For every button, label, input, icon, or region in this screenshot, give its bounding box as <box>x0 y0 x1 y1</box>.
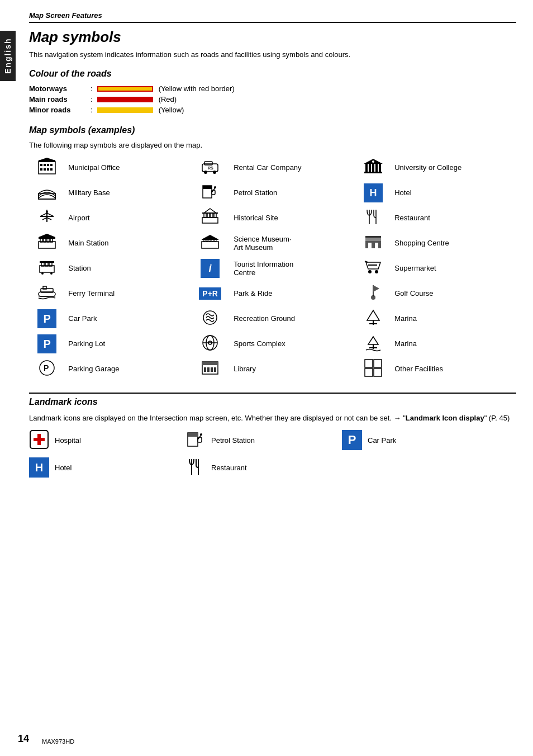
label-restaurant: Restaurant <box>391 205 516 230</box>
svg-rect-22 <box>364 172 382 173</box>
svg-marker-86 <box>368 337 378 344</box>
mainroad-label: Main roads <box>29 95 91 103</box>
svg-rect-5 <box>40 168 42 171</box>
label-parkinglot: Parking Lot <box>65 331 190 356</box>
svg-rect-103 <box>34 438 45 441</box>
label-recreation: Recreation Ground <box>230 306 355 331</box>
section-header-text: Map Screen Features <box>29 11 102 20</box>
icon-hotel-landmark: H <box>29 457 49 478</box>
label-parkinggarage: Parking Garage <box>65 356 190 381</box>
svg-rect-32 <box>204 213 206 218</box>
mainroad-bar <box>97 97 153 102</box>
icon-ferry <box>29 281 65 306</box>
svg-rect-70 <box>368 264 377 266</box>
landmark-desc-link: Landmark Icon display <box>406 414 484 422</box>
minorroad-label: Minor roads <box>29 106 91 114</box>
label-marina2: Marina <box>391 331 516 356</box>
table-row: Station i Tourist InformationCentre Supe… <box>29 256 516 281</box>
svg-rect-21 <box>379 164 381 172</box>
svg-point-66 <box>50 272 53 275</box>
svg-rect-7 <box>47 168 49 171</box>
svg-rect-4 <box>50 164 53 166</box>
table-row: Municipal Office RS Rental Car Company U… <box>29 155 516 180</box>
svg-rect-92 <box>202 362 218 365</box>
svg-rect-8 <box>50 168 53 171</box>
landmark-item-hospital: Hospital <box>29 429 185 451</box>
minorroad-bar <box>97 107 153 113</box>
svg-rect-55 <box>365 240 381 248</box>
hotel-icon-box: H <box>364 183 383 202</box>
landmark-item-restaurant: Restaurant <box>185 457 342 479</box>
motorway-label: Motorways <box>29 84 91 93</box>
minorroad-colon: : <box>91 106 93 114</box>
label-petrol: Petrol Station <box>230 180 355 205</box>
table-row: Main Station Science Museum·Art Museum S… <box>29 230 516 256</box>
icon-military <box>29 180 65 205</box>
icon-sciencemuseum <box>190 230 230 256</box>
svg-rect-46 <box>39 237 55 239</box>
svg-rect-41 <box>39 242 55 248</box>
label-parkride: Park & Ride <box>230 281 355 306</box>
label-airport: Airport <box>65 205 190 230</box>
landmark-grid: Hospital Petrol Station P Car Park H Hot… <box>29 429 516 484</box>
label-shoppingcentre: Shopping Centre <box>391 230 516 256</box>
landmark-title: Landmark icons <box>29 397 516 407</box>
svg-rect-31 <box>202 218 218 223</box>
svg-text:P: P <box>44 363 49 372</box>
svg-rect-96 <box>214 367 216 372</box>
icon-otherfacilities <box>355 356 391 381</box>
svg-rect-100 <box>374 368 382 376</box>
icon-golfcourse <box>355 281 391 306</box>
table-row: Military Base Petrol Station H Hotel <box>29 180 516 205</box>
colour-roads-title: Colour of the roads <box>29 69 516 79</box>
carpark-icon-box: P <box>37 309 56 328</box>
svg-rect-2 <box>44 164 46 166</box>
svg-marker-79 <box>367 310 379 320</box>
svg-rect-57 <box>368 243 372 248</box>
label-golfcourse: Golf Course <box>391 281 516 306</box>
label-otherfacilities: Other Facilities <box>391 356 516 381</box>
svg-point-13 <box>204 171 207 174</box>
intro-text: This navigation system indicates informa… <box>29 50 350 59</box>
side-tab-english: English <box>0 31 16 81</box>
tourist-icon-box: i <box>201 259 220 278</box>
table-row: Airport Historical Site Restaurant <box>29 205 516 230</box>
svg-rect-35 <box>214 213 216 218</box>
parkinglot-icon-box: P <box>37 334 56 353</box>
landmark-label-carpark: Car Park <box>368 436 396 445</box>
svg-rect-58 <box>375 243 378 248</box>
table-row: P Car Park Recreation Ground Marina <box>29 306 516 331</box>
icon-petrol-landmark <box>185 429 206 451</box>
motorway-bar <box>97 86 153 92</box>
svg-rect-12 <box>204 162 212 165</box>
svg-point-23 <box>372 160 374 163</box>
svg-point-67 <box>368 270 372 273</box>
icon-petrol <box>190 180 230 205</box>
motorway-colon: : <box>91 84 93 93</box>
svg-rect-60 <box>40 266 54 272</box>
main-title: Map symbols <box>29 29 516 46</box>
svg-rect-0 <box>39 162 55 174</box>
page-number: 14 <box>18 733 29 745</box>
label-tourist: Tourist InformationCentre <box>230 256 355 281</box>
map-symbols-title-text: Map symbols (examples) <box>29 125 135 135</box>
svg-marker-37 <box>204 209 216 213</box>
page-model: MAX973HD <box>42 738 74 745</box>
icon-rentalcar: RS <box>190 155 230 180</box>
svg-rect-95 <box>211 367 213 372</box>
landmark-desc: Landmark icons are displayed on the Inte… <box>29 413 516 424</box>
colour-title-text: Colour of the roads <box>29 69 112 78</box>
label-rentalcar: Rental Car Company <box>230 155 355 180</box>
label-marina1: Marina <box>391 306 516 331</box>
parkride-icon-box: P+R <box>199 287 221 300</box>
svg-rect-99 <box>365 368 373 376</box>
svg-point-14 <box>213 171 216 174</box>
icon-restaurant-landmark <box>185 457 206 479</box>
landmark-desc2: " (P. 45) <box>484 414 510 422</box>
table-row: Ferry Terminal P+R Park & Ride Golf Cour… <box>29 281 516 306</box>
icon-marina1 <box>355 306 391 331</box>
icon-tourist: i <box>190 256 230 281</box>
label-mainstation: Main Station <box>65 230 190 256</box>
svg-rect-34 <box>211 213 213 218</box>
svg-rect-94 <box>207 367 210 372</box>
